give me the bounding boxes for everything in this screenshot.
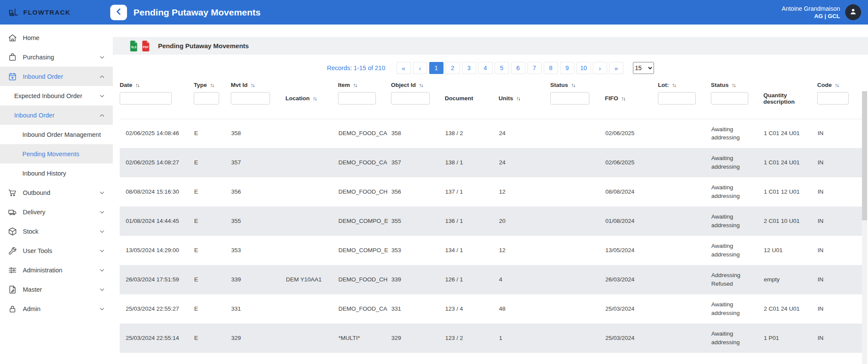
prev-page-button[interactable]: ‹	[413, 62, 427, 74]
table-cell: *MULTI*	[338, 324, 391, 353]
page-button-1[interactable]: 1	[429, 62, 443, 74]
sidebar-item-delivery[interactable]: Delivery	[0, 202, 113, 222]
sort-icon[interactable]: ↑↓	[353, 82, 357, 88]
table-cell: 355	[391, 207, 445, 236]
sort-icon[interactable]: ↑↓	[621, 96, 625, 102]
filter-object-id-input[interactable]	[391, 92, 430, 105]
table-row[interactable]: 13/05/2024 14:29:00E353DEMO_COMPO_E35313…	[120, 236, 862, 265]
sort-icon[interactable]: ↑↓	[835, 82, 839, 88]
page-button-10[interactable]: 10	[577, 62, 591, 74]
sidebar-item-expected-inbound-order-l1[interactable]: Expected Inbound Order	[0, 86, 113, 105]
sidebar-item-admin[interactable]: Admin	[0, 299, 113, 318]
filter-code-input[interactable]	[817, 92, 849, 105]
page-button-6[interactable]: 6	[511, 62, 525, 74]
sort-icon[interactable]: ↑↓	[251, 82, 254, 88]
page-button-7[interactable]: 7	[527, 62, 542, 74]
sidebar-item-outbound[interactable]: Outbound	[0, 183, 113, 202]
table-cell: 02/06/2025	[605, 119, 658, 148]
export-pdf-button[interactable]: PDF	[141, 40, 150, 52]
filter-status-2-input[interactable]	[711, 92, 748, 105]
table-cell	[285, 119, 338, 148]
sort-icon[interactable]: ↑↓	[732, 82, 735, 88]
column-header-object-id[interactable]: Object Id↑↓	[391, 79, 445, 119]
sort-icon[interactable]: ↑↓	[210, 82, 214, 88]
table-cell: 1 C01 12 U01	[763, 177, 817, 207]
sidebar-item-inbound-order-management-l2[interactable]: Inbound Order Management	[0, 125, 113, 144]
sidebar-nav: HomePurchasingInbound OrderExpected Inbo…	[0, 25, 113, 364]
column-header-status-2[interactable]: Status↑↓	[711, 79, 763, 119]
column-header-code[interactable]: Code↑↓	[817, 79, 862, 119]
table-cell	[285, 177, 338, 207]
sort-icon[interactable]: ↑↓	[516, 96, 520, 102]
table-cell	[550, 207, 605, 236]
sort-icon[interactable]: ↑↓	[135, 82, 139, 88]
page-button-3[interactable]: 3	[462, 62, 476, 74]
table-cell: 126 / 1	[445, 265, 499, 294]
table-scrollbar-thumb[interactable]	[862, 91, 867, 220]
page-size-select[interactable]: 15	[633, 62, 654, 74]
column-header-item[interactable]: Item↑↓	[338, 79, 391, 119]
table-cell: 2 C01 24 U01	[763, 294, 817, 324]
export-xls-button[interactable]: XLS	[129, 40, 138, 52]
table-row[interactable]: 25/03/2024 22:55:14E329*MULTI*329123 / 2…	[120, 324, 862, 353]
column-header-date[interactable]: Date↑↓	[120, 79, 194, 119]
table-row[interactable]: 02/06/2025 14:08:27E357DEMO_FOOD_CA35713…	[120, 148, 862, 177]
column-header-units[interactable]: Units↑↓	[499, 79, 550, 119]
column-header-fifo[interactable]: FIFO↑↓	[605, 79, 658, 119]
sidebar-item-user-tools[interactable]: User Tools	[0, 241, 113, 260]
column-header-lot[interactable]: Lot:↑↓	[658, 79, 711, 119]
column-header-type[interactable]: Type↑↓	[194, 79, 231, 119]
page-button-2[interactable]: 2	[446, 62, 460, 74]
user-avatar[interactable]	[845, 4, 861, 20]
table-cell: DEM Y10AA1	[285, 265, 338, 294]
table-cell: DEMO_FOOD_CA	[338, 294, 391, 324]
filter-lot-input[interactable]	[658, 92, 696, 105]
table-row[interactable]: 26/03/2024 17:51:59E339DEM Y10AA1DEMO_FO…	[120, 265, 862, 294]
sidebar-item-inbound-order[interactable]: Inbound Order	[0, 67, 113, 86]
sort-icon[interactable]: ↑↓	[571, 82, 575, 88]
sidebar-item-inbound-order-l1[interactable]: Inbound Order	[0, 105, 113, 125]
page-button-8[interactable]: 8	[544, 62, 558, 74]
first-page-button[interactable]: «	[397, 62, 411, 74]
filter-mvt-id-input[interactable]	[231, 92, 270, 105]
sidebar-item-stock[interactable]: Stock	[0, 222, 113, 241]
column-header-mvt-id[interactable]: Mvt Id↑↓	[231, 79, 285, 119]
table-row[interactable]: 08/08/2024 15:16:30E356DEMO_FOOD_CH35613…	[120, 177, 862, 207]
table-row[interactable]: 25/03/2024 22:55:27E331DEMO_FOOD_CA33112…	[120, 294, 862, 324]
sidebar-item-administration[interactable]: Administration	[0, 260, 113, 280]
table-cell: E	[194, 119, 231, 148]
sort-icon[interactable]: ↑↓	[313, 96, 316, 102]
sort-icon[interactable]: ↑↓	[672, 82, 676, 88]
last-page-button[interactable]: »	[609, 62, 623, 74]
sidebar-item-label: Inbound Order	[23, 73, 63, 80]
sidebar-item-master[interactable]: Master	[0, 280, 113, 299]
column-header-location[interactable]: Location↑↓	[285, 79, 338, 119]
filter-status-input[interactable]	[550, 92, 589, 105]
sidebar-item-home[interactable]: Home	[0, 28, 113, 47]
column-header-status[interactable]: Status↑↓	[550, 79, 605, 119]
table-cell: 26/03/2024	[605, 265, 658, 294]
filter-item-input[interactable]	[338, 92, 376, 105]
table-scrollbar[interactable]	[862, 91, 867, 364]
filter-type-input[interactable]	[194, 92, 219, 105]
table-cell: 329	[391, 324, 445, 353]
page-button-9[interactable]: 9	[560, 62, 574, 74]
chevron-down-icon	[98, 228, 106, 235]
table-row[interactable]: 01/08/2024 14:44:45E355DEMO_COMPO_E35513…	[120, 207, 862, 236]
table-cell: 01/08/2024 14:44:45	[120, 207, 194, 236]
page-button-4[interactable]: 4	[478, 62, 493, 74]
table-cell: Awaiting addressing	[711, 207, 763, 236]
table-cell	[658, 324, 711, 353]
box-icon	[8, 227, 17, 236]
sidebar-item-purchasing[interactable]: Purchasing	[0, 47, 113, 67]
sort-icon[interactable]: ↑↓	[419, 82, 423, 88]
sidebar-item-pending-movements-l2[interactable]: Pending Movements	[0, 144, 113, 163]
sidebar-item-inbound-history-l2[interactable]: Inbound History	[0, 163, 113, 183]
table-row[interactable]: 02/06/2025 14:08:46E358DEMO_FOOD_CA35813…	[120, 119, 862, 148]
next-page-button[interactable]: ›	[593, 62, 607, 74]
table-cell	[550, 324, 605, 353]
table-cell: 25/03/2024	[605, 324, 658, 353]
filter-date-input[interactable]	[120, 92, 172, 105]
back-button[interactable]	[110, 5, 127, 20]
page-button-5[interactable]: 5	[495, 62, 509, 74]
